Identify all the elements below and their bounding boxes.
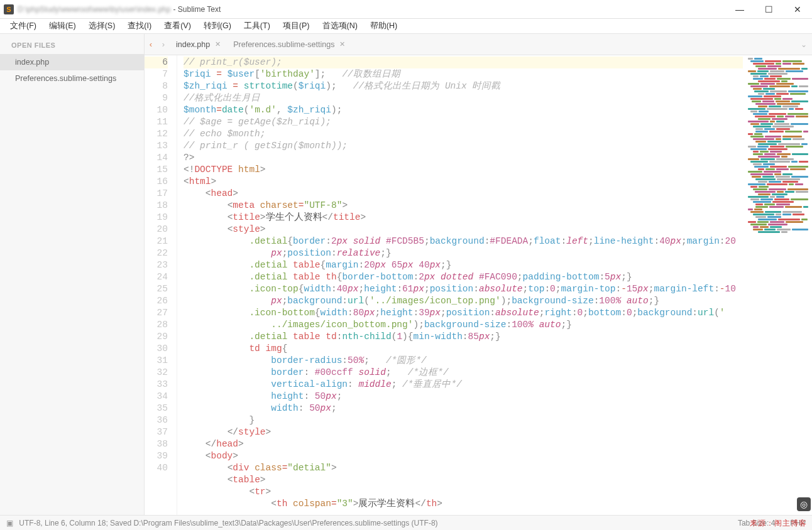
status-left: ▣ UTF-8, Line 6, Column 18; Saved D:\Pro… bbox=[6, 519, 438, 527]
tabs-overflow-icon[interactable]: ⌄ bbox=[801, 40, 807, 49]
tab-close-icon[interactable]: ✕ bbox=[215, 40, 221, 48]
editor-area: ‹ › index.php✕Preferences.sublime-settin… bbox=[145, 34, 812, 515]
minimap[interactable] bbox=[743, 55, 812, 515]
sidebar-section-title: OPEN FILES bbox=[0, 39, 144, 54]
code-line[interactable]: ../images/icon_bottom.png');background-s… bbox=[184, 319, 812, 331]
code-line[interactable]: vertical-align: middle; /*垂直居中*/ bbox=[184, 379, 812, 391]
code-line[interactable]: </style> bbox=[184, 426, 812, 438]
code-line[interactable]: .detial table td:nth-child(1){min-width:… bbox=[184, 331, 812, 343]
app-icon: S bbox=[4, 4, 14, 14]
code-line[interactable]: td img{ bbox=[184, 343, 812, 355]
code-line[interactable]: // print_r ( getSign($month)); bbox=[184, 140, 812, 152]
menu-item[interactable]: 文件(F) bbox=[4, 19, 43, 34]
editor-body[interactable]: 6789101112131415161718192021222324252627… bbox=[145, 55, 812, 515]
title-path: D:\phpStudy\wwwroot\www\by\user\index.ph… bbox=[18, 5, 170, 14]
tab[interactable]: index.php✕ bbox=[170, 34, 227, 55]
code-line[interactable]: <table> bbox=[184, 474, 812, 486]
menu-item[interactable]: 工具(T) bbox=[238, 19, 277, 34]
menubar: 文件(F)编辑(E)选择(S)查找(I)查看(V)转到(G)工具(T)项目(P)… bbox=[0, 19, 812, 34]
sidebar-file-item[interactable]: index.php bbox=[0, 54, 144, 70]
tabbar: ‹ › index.php✕Preferences.sublime-settin… bbox=[145, 34, 812, 55]
minimize-button[interactable]: — bbox=[725, 0, 754, 19]
corner-badge-icon: ◎ bbox=[797, 497, 811, 511]
code-line[interactable]: .detial table th{border-bottom:2px dotte… bbox=[184, 271, 812, 283]
tab[interactable]: Preferences.sublime-settings✕ bbox=[227, 34, 351, 55]
code-line[interactable]: px;position:relative;} bbox=[184, 247, 812, 259]
tab-close-icon[interactable]: ✕ bbox=[339, 40, 345, 48]
menu-item[interactable]: 首选项(N) bbox=[316, 19, 364, 34]
code-line[interactable]: .detial table{margin:20px 65px 40px;} bbox=[184, 259, 812, 271]
sidebar: OPEN FILES index.phpPreferences.sublime-… bbox=[0, 34, 145, 515]
gutter: 6789101112131415161718192021222324252627… bbox=[145, 55, 177, 515]
sidebar-file-item[interactable]: Preferences.sublime-settings bbox=[0, 70, 144, 87]
code-line[interactable]: <html> bbox=[184, 176, 812, 188]
statusbar: ▣ UTF-8, Line 6, Column 18; Saved D:\Pro… bbox=[0, 515, 812, 530]
code-line[interactable]: // $age = getAge($zh_riqi); bbox=[184, 116, 812, 128]
menu-item[interactable]: 帮助(H) bbox=[364, 19, 403, 34]
menu-item[interactable]: 编辑(E) bbox=[43, 19, 82, 34]
code-line[interactable]: <body> bbox=[184, 450, 812, 462]
console-icon[interactable]: ▣ bbox=[6, 519, 13, 527]
code-line[interactable]: .icon-top{width:40px;height:61px;positio… bbox=[184, 283, 812, 295]
tab-label: index.php bbox=[176, 40, 210, 49]
code-line[interactable]: $riqi = $user['birthday']; //取数组日期 bbox=[184, 68, 812, 80]
code-line[interactable]: <title>学生个人资料</title> bbox=[184, 212, 812, 224]
close-button[interactable]: ✕ bbox=[783, 0, 812, 19]
code-line[interactable]: // print_r($user); bbox=[184, 57, 812, 68]
menu-item[interactable]: 查看(V) bbox=[158, 19, 197, 34]
code-line[interactable]: <!DOCTYPE html> bbox=[184, 164, 812, 176]
code-line[interactable]: height: 50px; bbox=[184, 391, 812, 403]
code-line[interactable]: } bbox=[184, 414, 812, 426]
code-line[interactable]: // echo $month; bbox=[184, 128, 812, 140]
titlebar: S D:\phpStudy\wwwroot\www\by\user\index.… bbox=[0, 0, 812, 19]
nav-back-icon[interactable]: ‹ bbox=[145, 40, 157, 49]
code-line[interactable]: <meta charset="UTF-8"> bbox=[184, 200, 812, 212]
code-line[interactable]: <style> bbox=[184, 224, 812, 235]
main-area: OPEN FILES index.phpPreferences.sublime-… bbox=[0, 34, 812, 515]
maximize-button[interactable]: ☐ bbox=[754, 0, 783, 19]
code-line[interactable]: border: #00ccff solid; /*边框*/ bbox=[184, 367, 812, 379]
tab-label: Preferences.sublime-settings bbox=[233, 40, 334, 49]
code-line[interactable]: ?> bbox=[184, 152, 812, 164]
code-line[interactable]: <div class="detial"> bbox=[184, 462, 812, 474]
title-app: - Sublime Text bbox=[173, 5, 221, 14]
code-line[interactable]: $month=date('m.d', $zh_riqi); bbox=[184, 104, 812, 116]
nav-forward-icon[interactable]: › bbox=[157, 40, 170, 49]
window-controls: — ☐ ✕ bbox=[725, 0, 812, 19]
code-line[interactable]: <head> bbox=[184, 188, 812, 200]
code-line[interactable]: $zh_riqi = strtotime($riqi); //格式化出生日期为 … bbox=[184, 80, 812, 92]
code-line[interactable]: .icon-bottom{width:80px;height:39px;posi… bbox=[184, 307, 812, 319]
watermark: 来源：阁主博客 bbox=[750, 518, 807, 529]
code-line[interactable]: </head> bbox=[184, 438, 812, 450]
code-line[interactable]: width: 50px; bbox=[184, 403, 812, 414]
code-line[interactable]: <tr> bbox=[184, 486, 812, 498]
code-line[interactable]: border-radius:50%; /*圆形*/ bbox=[184, 355, 812, 367]
menu-item[interactable]: 查找(I) bbox=[121, 19, 158, 34]
menu-item[interactable]: 选择(S) bbox=[82, 19, 122, 34]
code-line[interactable]: <th colspan="3">展示学生资料</th> bbox=[184, 498, 812, 510]
status-text: UTF-8, Line 6, Column 18; Saved D:\Progr… bbox=[19, 519, 437, 527]
code-line[interactable]: .detial{border:2px solid #FCD5B5;backgro… bbox=[184, 235, 812, 247]
code-line[interactable]: //格式化出生月日 bbox=[184, 92, 812, 104]
code-line[interactable]: px;background:url('../images/icon_top.pn… bbox=[184, 295, 812, 307]
menu-item[interactable]: 转到(G) bbox=[197, 19, 238, 34]
code-area[interactable]: // print_r($user);$riqi = $user['birthda… bbox=[177, 55, 812, 515]
menu-item[interactable]: 项目(P) bbox=[277, 19, 316, 34]
